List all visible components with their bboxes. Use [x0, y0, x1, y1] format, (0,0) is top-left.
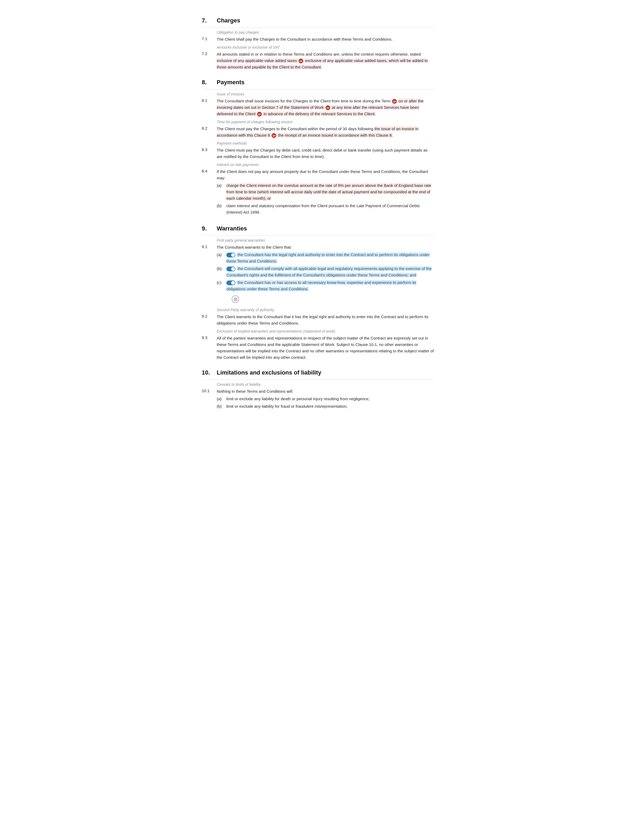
- add-item-button[interactable]: ⊕: [217, 293, 434, 305]
- sub-list-item: (b) the Consultant will comply with all …: [217, 265, 434, 278]
- sub-list-body: charge the Client interest on the overdu…: [226, 182, 434, 202]
- sub-list-label: (c): [217, 279, 224, 292]
- sub-list-label: (b): [217, 203, 224, 215]
- clause-body: The Consultant warrants to the Client th…: [217, 244, 434, 305]
- clause-number: 8.4: [202, 169, 214, 216]
- section-title: Payments: [217, 79, 244, 86]
- toggle-icon[interactable]: [226, 281, 235, 285]
- sub-list: (a)limit or exclude any liability for de…: [217, 396, 434, 410]
- sub-list-item: (a) the Consultant has the legal right a…: [217, 251, 434, 264]
- toggle-icon[interactable]: [226, 267, 235, 272]
- sub-list-item: (a)limit or exclude any liability for de…: [217, 396, 434, 402]
- sub-list-body: the Consultant will comply with all appl…: [226, 265, 434, 278]
- clause-number: 8.2: [202, 126, 214, 139]
- highlight-pink-text: inclusive of any applicable value added …: [217, 58, 298, 63]
- clause-body: The Consultant shall issue invoices for …: [217, 98, 434, 117]
- clause-body: The Client shall pay the Charges to the …: [217, 36, 434, 43]
- section-header-2: 9.Warranties: [202, 225, 434, 233]
- section-title: Charges: [217, 17, 240, 24]
- highlight-blue-text: the Consultant has or has access to all …: [226, 280, 416, 291]
- section-header-1: 8.Payments: [202, 79, 434, 87]
- sub-list-item: (a)charge the Client interest on the ove…: [217, 182, 434, 202]
- clause-number: 9.3: [202, 335, 214, 361]
- sub-list-label: (b): [217, 403, 224, 410]
- section-title: Limitations and exclusions of liability: [217, 369, 321, 376]
- sub-list-body: limit or exclude any liability for death…: [226, 396, 434, 402]
- highlight-pink-text: the receipt of an invoice issued in acco…: [277, 133, 393, 137]
- clause-number: 9.2: [202, 314, 214, 327]
- or-badge: or: [326, 105, 330, 110]
- section-header-0: 7.Charges: [202, 17, 434, 25]
- sub-list-body: claim interest and statutory compensatio…: [226, 203, 434, 215]
- clause-number: 8.1: [202, 98, 214, 117]
- section-divider: [202, 379, 434, 380]
- subsection-label: Time for payment of charges following in…: [217, 120, 434, 124]
- clause-row: 9.2The Client warrants to the Consultant…: [202, 314, 434, 327]
- sub-list-item: (b)limit or exclude any liability for fr…: [217, 403, 434, 410]
- section-number: 8.: [202, 79, 213, 86]
- sub-list-label: (a): [217, 396, 224, 402]
- clause-row: 8.1The Consultant shall issue invoices f…: [202, 98, 434, 117]
- subsection-label: Issue of invoices: [217, 92, 434, 96]
- clause-body: The Client warrants to the Consultant th…: [217, 314, 434, 327]
- sub-list-item: (b)claim interest and statutory compensa…: [217, 203, 434, 215]
- sub-list-label: (a): [217, 182, 224, 202]
- highlight-pink-text: in advance of the delivery of the releva…: [263, 112, 376, 116]
- subsection-label: Interest on late payments: [217, 163, 434, 167]
- clause-row: 9.3All of the parties' warranties and re…: [202, 335, 434, 361]
- clause-row: 9.1The Consultant warrants to the Client…: [202, 244, 434, 305]
- clause-row: 8.2The Client must pay the Charges to th…: [202, 126, 434, 139]
- clause-number: 9.1: [202, 244, 214, 305]
- subsection-label: Obligation to pay charges: [217, 30, 434, 35]
- sub-list-body: the Consultant has or has access to all …: [226, 279, 434, 292]
- clause-row: 8.4If the Client does not pay any amount…: [202, 169, 434, 216]
- or-badge: or: [257, 112, 262, 117]
- section-number: 9.: [202, 225, 213, 232]
- subsection-label: Caveats to limits of liability: [217, 382, 434, 387]
- sub-list-label: (a): [217, 251, 224, 264]
- clause-body: All of the parties' warranties and repre…: [217, 335, 434, 361]
- section-divider: [202, 27, 434, 28]
- section-number: 7.: [202, 17, 213, 24]
- clause-body: All amounts stated in or in relation to …: [217, 51, 434, 70]
- sub-list: (a)charge the Client interest on the ove…: [217, 182, 434, 215]
- clause-row: 10.1Nothing in these Terms and Condition…: [202, 388, 434, 411]
- subsection-label: Payment methods: [217, 141, 434, 145]
- sub-list: (a) the Consultant has the legal right a…: [217, 251, 434, 292]
- section-title: Warranties: [217, 225, 247, 232]
- highlight-blue-text: the Consultant will comply with all appl…: [226, 266, 431, 277]
- highlight-blue-text: the Consultant has the legal right and a…: [226, 253, 430, 263]
- clause-number: 7.1: [202, 36, 214, 43]
- or-badge: or: [271, 133, 276, 138]
- subsection-label: Second Party warranty of authority: [217, 308, 434, 312]
- section-divider: [202, 89, 434, 89]
- sub-list-body: limit or exclude any liability for fraud…: [226, 403, 434, 410]
- toggle-icon[interactable]: [226, 253, 235, 257]
- clause-body: Nothing in these Terms and Conditions wi…: [217, 388, 434, 411]
- sub-list-label: (b): [217, 265, 224, 278]
- clause-body: The Client must pay the Charges to the C…: [217, 126, 434, 139]
- document-body: 7.ChargesObligation to pay charges7.1The…: [202, 17, 434, 411]
- section-header-3: 10.Limitations and exclusions of liabili…: [202, 369, 434, 377]
- clause-number: 10.1: [202, 388, 214, 411]
- clause-body: The Client must pay the Charges by debit…: [217, 147, 434, 160]
- section-number: 10.: [202, 369, 213, 376]
- or-badge: or: [392, 99, 397, 104]
- clause-body: If the Client does not pay any amount pr…: [217, 169, 434, 216]
- subsection-label: Amounts inclusive or exclusive of VAT: [217, 45, 434, 49]
- clause-number: 8.3: [202, 147, 214, 160]
- subsection-label: Exclusion of implied warranties and repr…: [217, 329, 434, 333]
- highlight-pink-text: charge the Client interest on the overdu…: [226, 183, 431, 201]
- or-badge: or: [299, 58, 303, 63]
- clause-number: 7.2: [202, 51, 214, 70]
- subsection-label: First party general warranties: [217, 238, 434, 243]
- sub-list-body: the Consultant has the legal right and a…: [226, 251, 434, 264]
- sub-list-item: (c) the Consultant has or has access to …: [217, 279, 434, 292]
- clause-row: 7.2All amounts stated in or in relation …: [202, 51, 434, 70]
- clause-row: 7.1The Client shall pay the Charges to t…: [202, 36, 434, 43]
- clause-row: 8.3The Client must pay the Charges by de…: [202, 147, 434, 160]
